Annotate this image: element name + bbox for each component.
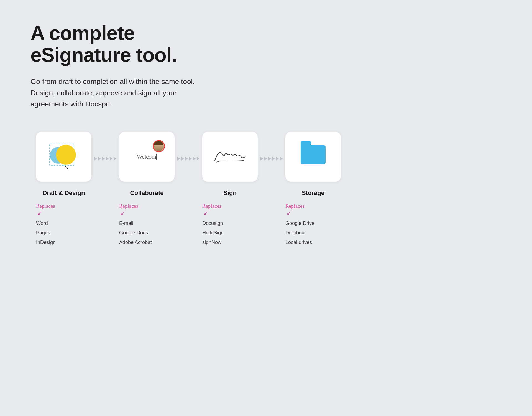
arrow-2 bbox=[181, 157, 184, 161]
storage-illustration bbox=[301, 145, 326, 168]
folder-body bbox=[301, 145, 326, 164]
collab-welcome-text: Welcom bbox=[137, 153, 157, 160]
arrow-2 bbox=[98, 157, 101, 161]
arrow-3 bbox=[102, 157, 105, 161]
arrow-3 bbox=[185, 157, 188, 161]
dd-yellow-circle bbox=[56, 145, 76, 165]
storage-replaces-label: Replaces bbox=[285, 203, 305, 209]
collaborate-illustration: Welcom bbox=[130, 143, 163, 171]
storage-replaces: Replaces ↙ Google Drive Dropbox Local dr… bbox=[280, 203, 346, 247]
storage-replaces-list: Google Drive Dropbox Local drives bbox=[285, 219, 314, 247]
draft-design-replaces-arrow: ↙ bbox=[37, 210, 42, 216]
collaborate-icon-box: Welcom bbox=[119, 132, 175, 182]
list-item: Google Drive bbox=[285, 219, 314, 228]
collab-avatar bbox=[153, 140, 165, 152]
avatar-hair bbox=[154, 141, 163, 145]
step-storage: Storage Replaces ↙ Google Drive Dropbox … bbox=[280, 132, 346, 247]
list-item: Pages bbox=[36, 228, 56, 237]
storage-title: Storage bbox=[302, 189, 324, 197]
list-item: Adobe Acrobat bbox=[119, 238, 152, 247]
arrow-5 bbox=[193, 157, 196, 161]
folder-tab bbox=[301, 141, 311, 145]
step-draft-design: ↖ Draft & Design Replaces ↙ Word Pages I… bbox=[30, 132, 97, 247]
subtitle-text: Go from draft to completion all within t… bbox=[30, 76, 208, 110]
arrow-connector-2 bbox=[177, 132, 200, 161]
arrow-4 bbox=[106, 157, 109, 161]
draft-design-title: Draft & Design bbox=[43, 189, 85, 197]
list-item: HelloSign bbox=[202, 228, 224, 237]
sign-replaces-arrow: ↙ bbox=[203, 210, 208, 216]
list-item: Google Docs bbox=[119, 228, 152, 237]
page-container: A complete eSignature tool. Go from draf… bbox=[0, 0, 377, 275]
collaborate-replaces: Replaces ↙ E-mail Google Docs Adobe Acro… bbox=[114, 203, 180, 247]
collaborate-replaces-arrow: ↙ bbox=[120, 210, 125, 216]
storage-replaces-arrow: ↙ bbox=[287, 210, 291, 216]
arrow-1 bbox=[177, 157, 180, 161]
collab-cursor bbox=[156, 154, 157, 160]
draft-design-replaces: Replaces ↙ Word Pages InDesign bbox=[30, 203, 97, 247]
sign-replaces-list: Docusign HelloSign signNow bbox=[202, 219, 224, 247]
arrow-connector-1 bbox=[94, 132, 116, 161]
collaborate-title: Collaborate bbox=[130, 189, 163, 197]
step-sign: Sign Replaces ↙ Docusign HelloSign signN… bbox=[197, 132, 263, 247]
list-item: signNow bbox=[202, 238, 224, 247]
arrow-3 bbox=[268, 157, 271, 161]
sign-title: Sign bbox=[223, 189, 237, 197]
storage-icon-box bbox=[285, 132, 341, 182]
main-headline: A complete eSignature tool. bbox=[30, 22, 346, 66]
arrow-4 bbox=[189, 157, 192, 161]
dd-cursor-icon: ↖ bbox=[64, 164, 69, 171]
collaborate-replaces-list: E-mail Google Docs Adobe Acrobat bbox=[119, 219, 152, 247]
draft-design-replaces-list: Word Pages InDesign bbox=[36, 219, 56, 247]
list-item: E-mail bbox=[119, 219, 152, 228]
arrow-connector-3 bbox=[260, 132, 283, 161]
step-collaborate: Welcom Collaborate Replaces ↙ E-mail Goo… bbox=[114, 132, 180, 247]
arrows-row-3 bbox=[260, 157, 283, 161]
list-item: Local drives bbox=[285, 238, 314, 247]
list-item: Docusign bbox=[202, 219, 224, 228]
arrow-5 bbox=[110, 157, 112, 161]
draft-design-replaces-label: Replaces bbox=[36, 203, 55, 209]
arrow-1 bbox=[260, 157, 263, 161]
arrow-5 bbox=[276, 157, 279, 161]
signature-svg bbox=[212, 147, 248, 166]
list-item: Dropbox bbox=[285, 228, 314, 237]
arrow-2 bbox=[264, 157, 267, 161]
sign-replaces-label: Replaces bbox=[202, 203, 221, 209]
headline-line2: eSignature tool. bbox=[30, 44, 177, 66]
workflow-section: ↖ Draft & Design Replaces ↙ Word Pages I… bbox=[30, 132, 346, 247]
list-item: InDesign bbox=[36, 238, 56, 247]
sign-icon-box bbox=[202, 132, 258, 182]
arrow-4 bbox=[272, 157, 275, 161]
headline-line1: A complete bbox=[30, 22, 134, 44]
arrows-row-2 bbox=[177, 157, 200, 161]
collaborate-replaces-label: Replaces bbox=[119, 203, 138, 209]
avatar-face bbox=[154, 141, 164, 151]
sign-illustration bbox=[212, 147, 248, 166]
list-item: Word bbox=[36, 219, 56, 228]
draft-design-illustration: ↖ bbox=[47, 141, 80, 172]
arrows-row-1 bbox=[94, 157, 116, 161]
sign-replaces: Replaces ↙ Docusign HelloSign signNow bbox=[197, 203, 263, 247]
arrow-1 bbox=[94, 157, 97, 161]
draft-design-icon-box: ↖ bbox=[36, 132, 91, 182]
